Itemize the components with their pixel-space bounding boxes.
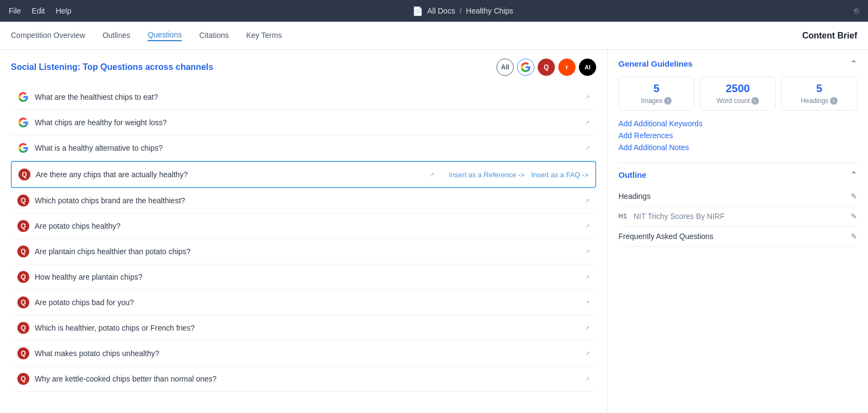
edit-headings-icon[interactable]: ✎ bbox=[851, 192, 857, 201]
external-link-icon[interactable]: ↗ bbox=[585, 119, 590, 126]
filter-reddit[interactable]: r bbox=[558, 59, 576, 76]
share-icon[interactable]: ⎋ bbox=[854, 6, 859, 16]
filter-google[interactable] bbox=[517, 59, 534, 76]
external-link-icon[interactable]: ↗ bbox=[585, 94, 590, 101]
outline-item-h1: H1 NIT Trichy Scores By NIRF ✎ bbox=[618, 206, 857, 227]
outline-section-title: Outline bbox=[618, 170, 647, 179]
nav-tabs: Competition Overview Outlines Questions … bbox=[11, 30, 802, 41]
right-panel: General Guidelines ⌃ 5 Images i 2500 Wor… bbox=[608, 50, 868, 413]
edit-menu[interactable]: Edit bbox=[32, 7, 45, 15]
wordcount-info-icon[interactable]: i bbox=[751, 97, 759, 105]
headings-card: 5 Headings i bbox=[781, 76, 857, 111]
external-link-icon[interactable]: ↗ bbox=[585, 299, 590, 306]
question-row[interactable]: Q How healthy are plantain chips? ↗ bbox=[11, 264, 596, 290]
filter-all[interactable]: All bbox=[496, 59, 514, 76]
headings-info-icon[interactable]: i bbox=[830, 97, 838, 105]
external-link-icon[interactable]: ↗ bbox=[585, 274, 590, 281]
question-row[interactable]: Q Which is healthier, potato chips or Fr… bbox=[11, 315, 596, 341]
images-info-icon[interactable]: i bbox=[664, 97, 672, 105]
tab-competition[interactable]: Competition Overview bbox=[11, 31, 85, 41]
main-nav: Competition Overview Outlines Questions … bbox=[0, 22, 868, 50]
content-brief-title: Content Brief bbox=[802, 31, 857, 41]
tab-citations[interactable]: Citations bbox=[199, 31, 228, 41]
wordcount-label: Word count i bbox=[717, 97, 759, 105]
question-row[interactable]: What chips are healthy for weight loss? … bbox=[11, 110, 596, 135]
general-guidelines-title: General Guidelines bbox=[618, 59, 693, 68]
add-references-link[interactable]: Add References bbox=[618, 131, 857, 140]
question-row[interactable]: Q Are potato chips healthy? ↗ bbox=[11, 214, 596, 239]
question-row-selected[interactable]: Q Are there any chips that are actually … bbox=[11, 161, 596, 188]
question-row[interactable]: What is a healthy alternative to chips? … bbox=[11, 135, 596, 161]
insert-as-faq-button[interactable]: Insert as a FAQ -> bbox=[531, 171, 589, 179]
edit-h1-icon[interactable]: ✎ bbox=[851, 212, 857, 221]
question-row[interactable]: Q Which potato chips brand are the healt… bbox=[11, 188, 596, 214]
menu-bar-center: 📄 All Docs / Healthy Chips bbox=[71, 6, 854, 16]
wordcount-card: 2500 Word count i bbox=[700, 76, 776, 111]
breadcrumb-separator: / bbox=[459, 7, 462, 15]
edit-faq-icon[interactable]: ✎ bbox=[851, 232, 857, 241]
external-link-icon[interactable]: ↗ bbox=[430, 171, 435, 178]
source-quora-icon: Q bbox=[17, 347, 29, 359]
main-layout: Social Listening: Top Questions across c… bbox=[0, 50, 868, 413]
outline-section-header: Outline ⌃ bbox=[618, 170, 857, 180]
question-text: What makes potato chips unhealthy? bbox=[35, 349, 579, 358]
filter-buttons: All Q r AI bbox=[496, 59, 596, 76]
question-text: Why are kettle-cooked chips better than … bbox=[35, 375, 579, 383]
question-row[interactable]: Q Why are kettle-cooked chips better tha… bbox=[11, 366, 596, 392]
external-link-icon[interactable]: ↗ bbox=[585, 325, 590, 332]
filter-quora[interactable]: Q bbox=[538, 59, 555, 76]
external-link-icon[interactable]: ↗ bbox=[585, 197, 590, 204]
outline-item-left: H1 NIT Trichy Scores By NIRF bbox=[618, 212, 725, 221]
outline-collapse-icon[interactable]: ⌃ bbox=[850, 170, 857, 180]
question-text: Are potato chips healthy? bbox=[35, 222, 579, 230]
question-text: What is a healthy alternative to chips? bbox=[35, 144, 579, 152]
add-additional-keywords-link[interactable]: Add Additional Keywords bbox=[618, 119, 857, 128]
images-label: Images i bbox=[641, 97, 672, 105]
tab-questions[interactable]: Questions bbox=[148, 30, 182, 41]
outline-item-left: Frequently Asked Questions bbox=[618, 232, 713, 241]
outline-item-left: Headings bbox=[618, 192, 650, 201]
question-row[interactable]: Q Are potato chips bad for you? ↗ bbox=[11, 290, 596, 315]
question-row[interactable]: Q Are plantain chips healthier than pota… bbox=[11, 239, 596, 264]
outline-faq-text: Frequently Asked Questions bbox=[618, 232, 713, 241]
images-value: 5 bbox=[653, 82, 659, 95]
question-row[interactable]: Q What makes potato chips unhealthy? ↗ bbox=[11, 341, 596, 366]
source-quora-icon: Q bbox=[17, 271, 29, 283]
question-text: What are the healthiest chips to eat? bbox=[35, 93, 579, 101]
left-panel: Social Listening: Top Questions across c… bbox=[0, 50, 608, 413]
add-additional-notes-link[interactable]: Add Additional Notes bbox=[618, 143, 857, 152]
source-google-icon bbox=[17, 91, 29, 103]
menu-bar: File Edit Help 📄 All Docs / Healthy Chip… bbox=[0, 0, 868, 22]
h1-badge: H1 bbox=[618, 212, 629, 220]
source-quora-icon: Q bbox=[17, 246, 29, 257]
external-link-icon[interactable]: ↗ bbox=[585, 376, 590, 383]
question-text: Which potato chips brand are the healthi… bbox=[35, 196, 579, 205]
question-row[interactable]: What are the healthiest chips to eat? ↗ bbox=[11, 85, 596, 110]
action-links: Add Additional Keywords Add References A… bbox=[618, 119, 857, 152]
source-google-icon bbox=[17, 117, 29, 128]
filter-ai[interactable]: AI bbox=[579, 59, 596, 76]
help-menu[interactable]: Help bbox=[56, 7, 72, 15]
external-link-icon[interactable]: ↗ bbox=[585, 223, 590, 230]
headings-label: Headings i bbox=[801, 97, 838, 105]
wordcount-value: 2500 bbox=[726, 82, 750, 95]
external-link-icon[interactable]: ↗ bbox=[585, 350, 590, 357]
collapse-icon[interactable]: ⌃ bbox=[850, 59, 857, 69]
insert-actions: Insert as a Reference -> Insert as a FAQ… bbox=[449, 171, 589, 179]
external-link-icon[interactable]: ↗ bbox=[585, 145, 590, 152]
guidelines-cards: 5 Images i 2500 Word count i 5 Headings … bbox=[618, 76, 857, 111]
question-text: Which is healthier, potato chips or Fren… bbox=[35, 324, 579, 332]
tab-outlines[interactable]: Outlines bbox=[103, 31, 130, 41]
external-link-icon[interactable]: ↗ bbox=[585, 248, 590, 255]
all-docs-link[interactable]: All Docs bbox=[427, 7, 455, 15]
headings-value: 5 bbox=[816, 82, 822, 95]
outline-item-headings: Headings ✎ bbox=[618, 186, 857, 206]
outline-headings-text: Headings bbox=[618, 192, 650, 201]
doc-icon: 📄 bbox=[412, 6, 423, 16]
outline-item-faq: Frequently Asked Questions ✎ bbox=[618, 227, 857, 247]
file-menu[interactable]: File bbox=[9, 7, 21, 15]
insert-as-reference-button[interactable]: Insert as a Reference -> bbox=[449, 171, 525, 179]
tab-keyterms[interactable]: Key Terms bbox=[246, 31, 282, 41]
source-google-icon bbox=[17, 142, 29, 154]
outline-section: Outline ⌃ Headings ✎ H1 NIT Trichy Score… bbox=[618, 170, 857, 247]
